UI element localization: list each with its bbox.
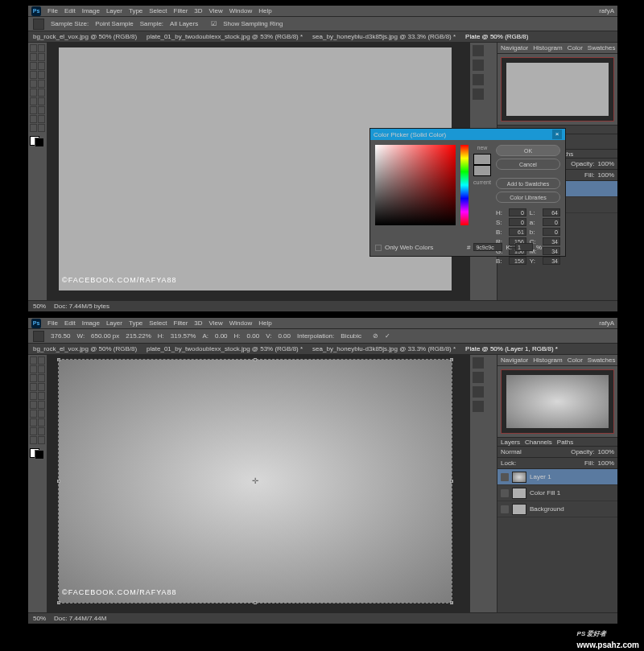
hue-slider[interactable]: [460, 145, 469, 225]
menu-window[interactable]: Window: [229, 319, 252, 327]
history-brush-icon[interactable]: [38, 392, 45, 400]
l-input[interactable]: [543, 208, 560, 216]
char-panel-icon[interactable]: [473, 89, 484, 100]
layer-colorfill[interactable]: Color Fill 1: [497, 485, 617, 501]
color-field[interactable]: [375, 145, 456, 225]
transform-icon[interactable]: [33, 331, 44, 342]
zoom-tool-icon[interactable]: [38, 124, 45, 132]
tab-2[interactable]: plate_01_by_twodoublexx_stock.jpg @ 53% …: [147, 33, 303, 40]
histogram-tab[interactable]: Histogram: [533, 356, 562, 364]
w-val[interactable]: 650.00 px: [91, 332, 119, 340]
marquee-tool-icon[interactable]: [38, 356, 45, 365]
menu-type[interactable]: Type: [129, 319, 142, 327]
pen-tool-icon[interactable]: [30, 418, 37, 426]
opacity-value[interactable]: 100%: [598, 160, 614, 167]
history-brush-icon[interactable]: [38, 80, 45, 88]
navigator-thumbnail[interactable]: [501, 57, 614, 122]
cancel-button[interactable]: Cancel: [496, 159, 560, 170]
path-tool-icon[interactable]: [30, 115, 37, 123]
wand-tool-icon[interactable]: [38, 53, 45, 61]
menu-3d[interactable]: 3D: [194, 319, 202, 327]
stamp-tool-icon[interactable]: [30, 392, 37, 400]
close-icon[interactable]: ×: [552, 130, 562, 139]
lasso-tool-icon[interactable]: [30, 53, 37, 61]
zoom-level[interactable]: 50%: [33, 303, 46, 310]
dodge-tool-icon[interactable]: [38, 410, 45, 418]
move-tool-icon[interactable]: [30, 356, 37, 365]
transform-handle[interactable]: [57, 358, 60, 361]
pen-tool-icon[interactable]: [30, 106, 37, 114]
a-val[interactable]: 0.00: [215, 332, 228, 340]
tab-3[interactable]: sea_by_honeyblu-d3k85js.jpg @ 33.3% (RGB…: [312, 345, 456, 352]
visibility-icon[interactable]: [501, 489, 509, 497]
path-tool-icon[interactable]: [30, 427, 37, 435]
fill-value[interactable]: 100%: [598, 171, 614, 179]
menu-3d[interactable]: 3D: [194, 7, 202, 14]
menu-image[interactable]: Image: [82, 7, 100, 14]
menu-help[interactable]: Help: [258, 7, 271, 14]
zoom-level[interactable]: 50%: [33, 615, 46, 622]
tab-1[interactable]: bg_rock_el_vox.jpg @ 50% (RGB/8): [33, 33, 137, 40]
eyedropper-tool-icon[interactable]: [38, 62, 45, 70]
menu-layer[interactable]: Layer: [106, 7, 122, 14]
menu-layer[interactable]: Layer: [106, 319, 122, 327]
move-tool-icon[interactable]: [30, 44, 37, 52]
type-tool-icon[interactable]: [38, 106, 45, 114]
marquee-tool-icon[interactable]: [38, 44, 45, 52]
gradient-tool-icon[interactable]: [38, 401, 45, 409]
color-tab[interactable]: Color: [568, 356, 583, 364]
properties-panel-icon[interactable]: [473, 74, 484, 85]
char-panel-icon[interactable]: [473, 401, 484, 412]
transform-handle[interactable]: [450, 601, 453, 604]
opacity-value[interactable]: 100%: [598, 448, 614, 455]
menu-help[interactable]: Help: [258, 319, 271, 327]
color-tab[interactable]: Color: [568, 44, 583, 52]
tab-2[interactable]: plate_01_by_twodoublexx_stock.jpg @ 53% …: [147, 345, 303, 352]
layer-layer1[interactable]: Layer 1: [497, 469, 617, 485]
a-input[interactable]: [543, 218, 560, 226]
canvas-area[interactable]: ✛ ©FACEBOOK.COM/RAFYA88: [47, 355, 469, 612]
x-val[interactable]: 376.50: [51, 332, 70, 340]
menu-file[interactable]: File: [47, 319, 58, 327]
fill-value[interactable]: 100%: [598, 459, 614, 467]
swatches-tab[interactable]: Swatches: [588, 356, 616, 364]
b-input[interactable]: [509, 228, 526, 236]
brush-tool-icon[interactable]: [38, 71, 45, 79]
transform-handle[interactable]: [450, 358, 453, 361]
sample-value[interactable]: All Layers: [170, 20, 198, 27]
menu-filter[interactable]: Filter: [174, 319, 188, 327]
menu-image[interactable]: Image: [82, 319, 100, 327]
brush-tool-icon[interactable]: [38, 383, 45, 391]
tab-4[interactable]: Plate @ 50% (RGB/8): [465, 33, 528, 40]
add-swatches-button[interactable]: Add to Swatches: [496, 178, 560, 189]
history-panel-icon[interactable]: [473, 45, 484, 56]
eraser-tool-icon[interactable]: [30, 89, 37, 97]
sampling-ring-check[interactable]: Show Sampling Ring: [223, 20, 283, 27]
s-input[interactable]: [509, 218, 526, 226]
bb-input[interactable]: [543, 228, 560, 236]
canvas[interactable]: ✛: [59, 360, 452, 603]
transform-handle[interactable]: [57, 601, 60, 604]
transform-handle[interactable]: [57, 480, 60, 483]
heal-tool-icon[interactable]: [30, 71, 37, 79]
stamp-tool-icon[interactable]: [30, 80, 37, 88]
tab-3[interactable]: sea_by_honeyblu-d3k85js.jpg @ 33.3% (RGB…: [312, 33, 456, 40]
menu-file[interactable]: File: [47, 7, 58, 14]
actions-panel-icon[interactable]: [473, 60, 484, 71]
wand-tool-icon[interactable]: [38, 365, 45, 373]
lasso-tool-icon[interactable]: [30, 365, 37, 373]
color-swatch[interactable]: [30, 136, 44, 147]
h-pct[interactable]: 319.57%: [171, 332, 196, 340]
paths-tab[interactable]: Paths: [557, 439, 573, 446]
picker-titlebar[interactable]: Color Picker (Solid Color) ×: [370, 129, 565, 140]
visibility-icon[interactable]: [501, 505, 509, 513]
shape-tool-icon[interactable]: [38, 427, 45, 435]
transform-handle[interactable]: [254, 358, 257, 361]
visibility-icon[interactable]: [501, 473, 509, 481]
ok-button[interactable]: OK: [496, 145, 560, 156]
swatches-tab[interactable]: Swatches: [588, 44, 616, 52]
history-panel-icon[interactable]: [473, 357, 484, 369]
menu-edit[interactable]: Edit: [64, 319, 76, 327]
dodge-tool-icon[interactable]: [38, 97, 45, 105]
navigator-thumbnail[interactable]: [501, 369, 614, 434]
